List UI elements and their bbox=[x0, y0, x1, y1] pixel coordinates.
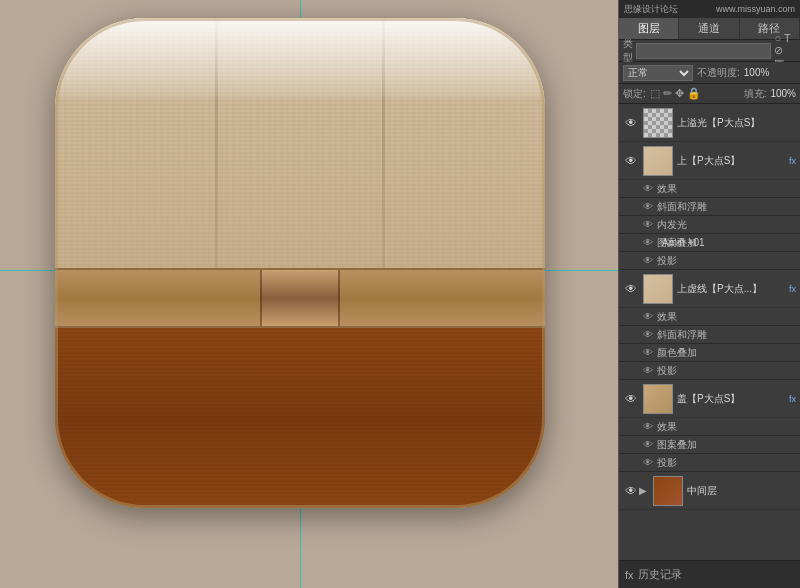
layer-eye-1[interactable]: 👁 bbox=[623, 116, 639, 130]
site-title: 思缘设计论坛 bbox=[624, 3, 678, 16]
sub-name: 斜面和浮雕 bbox=[657, 200, 707, 214]
tab-channels[interactable]: 通道 bbox=[679, 18, 739, 39]
site-url: www.missyuan.com bbox=[716, 4, 795, 14]
sub-layer-item: 👁 图案叠加 bbox=[619, 436, 800, 454]
sub-eye[interactable]: 👁 bbox=[643, 347, 657, 358]
search-bar: 类型 ○ T ⊘ ▣ bbox=[619, 40, 800, 62]
sub-name: 图案叠加 bbox=[657, 438, 697, 452]
sub-name: 投影 bbox=[657, 364, 677, 378]
sub-layer-item: 👁 投影 bbox=[619, 362, 800, 380]
icon-top-white bbox=[55, 18, 545, 98]
sub-layer-item: 👁 投影 bbox=[619, 454, 800, 472]
layer-item[interactable]: 👁 上虚线【P大点...】 fx bbox=[619, 270, 800, 308]
layer-eye-5[interactable]: 👁 bbox=[623, 484, 639, 498]
sub-eye[interactable]: 👁 bbox=[643, 237, 657, 248]
sub-eye[interactable]: 👁 bbox=[643, 329, 657, 340]
search-type-label: 类型 bbox=[623, 37, 633, 65]
layer-name-3: 上虚线【P大点...】 bbox=[677, 282, 787, 296]
app-icon bbox=[55, 18, 545, 508]
sub-name: 内发光 bbox=[657, 218, 687, 232]
sub-layer-item: 👁 效果 bbox=[619, 308, 800, 326]
sub-layer-item: 👁 内发光 bbox=[619, 216, 800, 234]
leather-bottom bbox=[55, 328, 545, 508]
opacity-label: 不透明度: bbox=[697, 66, 740, 80]
lock-row: 锁定: ⬚ ✏ ✥ 🔒 填充: 100% bbox=[619, 84, 800, 104]
sub-eye[interactable]: 👁 bbox=[643, 421, 657, 432]
layer-eye-3[interactable]: 👁 bbox=[623, 282, 639, 296]
history-bar: fx 历史记录 bbox=[619, 560, 800, 588]
layer-name-4: 盖【P大点S】 bbox=[677, 392, 787, 406]
layer-thumb-3 bbox=[643, 274, 673, 304]
layer-name-5: 中间层 bbox=[687, 484, 796, 498]
layer-item[interactable]: 👁 盖【P大点S】 fx bbox=[619, 380, 800, 418]
blend-mode-select[interactable]: 正常 bbox=[623, 65, 693, 81]
buckle bbox=[260, 270, 340, 326]
sub-eye[interactable]: 👁 bbox=[643, 365, 657, 376]
layer-thumb-2 bbox=[643, 146, 673, 176]
sub-layer-item: 👁 颜色叠加 bbox=[619, 344, 800, 362]
lock-label: 锁定: bbox=[623, 87, 646, 101]
fill-value: 100% bbox=[770, 88, 796, 99]
layer-name-1: 上溢光【P大点S】 bbox=[677, 116, 796, 130]
tabs-row: 图层 通道 路径 bbox=[619, 18, 800, 40]
sub-layer-item: 👁 效果 bbox=[619, 418, 800, 436]
layer-thumb-1 bbox=[643, 108, 673, 138]
layer-eye-4[interactable]: 👁 bbox=[623, 392, 639, 406]
layer-thumb-4 bbox=[643, 384, 673, 414]
sub-name: 图案叠加 bbox=[657, 236, 697, 250]
layers-list: 👁 上溢光【P大点S】 👁 上【P大点S】 fx 👁 效果 👁 斜面和浮雕 👁 … bbox=[619, 104, 800, 560]
sub-layer-item: 👁 图案叠加 bbox=[619, 234, 800, 252]
top-bar: 思缘设计论坛 www.missyuan.com bbox=[619, 0, 800, 18]
sub-name: 效果 bbox=[657, 310, 677, 324]
layer-fx-3: fx bbox=[789, 284, 796, 294]
fill-label: 填充: bbox=[744, 87, 767, 101]
lock-position-icon[interactable]: ✥ bbox=[675, 87, 684, 100]
sub-eye[interactable]: 👁 bbox=[643, 201, 657, 212]
sub-eye[interactable]: 👁 bbox=[643, 439, 657, 450]
layer-name-2: 上【P大点S】 bbox=[677, 154, 787, 168]
sub-name: 投影 bbox=[657, 254, 677, 268]
fx-icon[interactable]: fx bbox=[625, 569, 634, 581]
sub-name: 投影 bbox=[657, 456, 677, 470]
sub-eye[interactable]: 👁 bbox=[643, 183, 657, 194]
lock-transparent-icon[interactable]: ⬚ bbox=[650, 87, 660, 100]
layer-item[interactable]: 👁 上溢光【P大点S】 bbox=[619, 104, 800, 142]
sub-layer-item: 👁 效果 bbox=[619, 180, 800, 198]
sub-eye[interactable]: 👁 bbox=[643, 219, 657, 230]
lock-pixels-icon[interactable]: ✏ bbox=[663, 87, 672, 100]
blend-row: 正常 不透明度: 100% bbox=[619, 62, 800, 84]
sub-eye[interactable]: 👁 bbox=[643, 311, 657, 322]
layer-thumb-5 bbox=[653, 476, 683, 506]
sub-eye[interactable]: 👁 bbox=[643, 457, 657, 468]
layer-item[interactable]: 👁 ▶ 中间层 bbox=[619, 472, 800, 510]
history-label: 历史记录 bbox=[638, 567, 682, 582]
layer-fx-2: fx bbox=[789, 156, 796, 166]
layer-item[interactable]: 👁 上【P大点S】 fx bbox=[619, 142, 800, 180]
group-arrow-icon[interactable]: ▶ bbox=[639, 485, 647, 496]
canvas-area bbox=[0, 0, 618, 588]
sub-eye[interactable]: 👁 bbox=[643, 255, 657, 266]
search-input[interactable] bbox=[636, 43, 771, 59]
lock-icons: ⬚ ✏ ✥ 🔒 bbox=[650, 87, 701, 100]
icon-inner bbox=[55, 18, 545, 508]
sub-layer-item: 👁 投影 bbox=[619, 252, 800, 270]
sub-name: 斜面和浮雕 bbox=[657, 328, 707, 342]
lock-all-icon[interactable]: 🔒 bbox=[687, 87, 701, 100]
layer-fx-4: fx bbox=[789, 394, 796, 404]
opacity-value: 100% bbox=[744, 67, 770, 78]
layer-eye-2[interactable]: 👁 bbox=[623, 154, 639, 168]
sub-layer-item: 👁 斜面和浮雕 bbox=[619, 198, 800, 216]
sub-name: 效果 bbox=[657, 420, 677, 434]
sub-layer-item: 👁 斜面和浮雕 bbox=[619, 326, 800, 344]
sub-name: 颜色叠加 bbox=[657, 346, 697, 360]
right-panel: 思缘设计论坛 www.missyuan.com 图层 通道 路径 类型 ○ T … bbox=[618, 0, 800, 588]
sub-name: 效果 bbox=[657, 182, 677, 196]
